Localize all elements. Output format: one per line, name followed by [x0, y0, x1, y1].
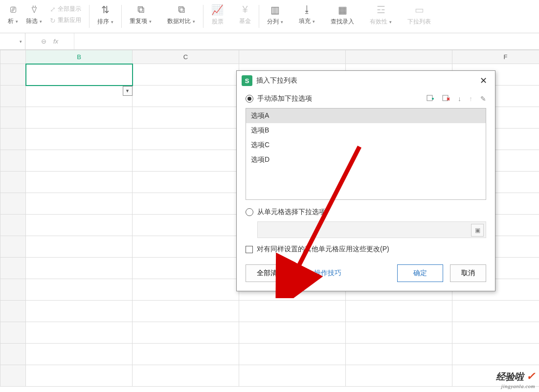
selected-cell[interactable]: ▼ — [26, 64, 133, 86]
analyze-icon: ⎚ — [10, 4, 16, 15]
delete-option-icon[interactable] — [442, 95, 450, 103]
formula-input[interactable] — [74, 33, 539, 49]
table-row — [0, 344, 539, 365]
list-item[interactable]: 选项D — [246, 152, 486, 167]
ribbon-analyze-partial[interactable]: ⎚ 析 — [5, 3, 21, 26]
ribbon-find-entry[interactable]: ▦ 查找录入 — [328, 3, 357, 27]
apply-same-checkbox[interactable] — [246, 246, 253, 253]
ribbon-group-filter: ⎚ 析 ⍢ 筛选 ⤢ 全部显示 ↻ 重新应用 — [0, 2, 89, 31]
ribbon-reapply: ↻ 重新应用 — [47, 15, 84, 25]
ribbon-fund: ¥ 基金 — [236, 3, 254, 26]
col-header-c[interactable]: C — [133, 50, 239, 64]
fund-icon: ¥ — [242, 4, 247, 15]
formula-bar: ▾ ⊖ fx — [0, 33, 539, 50]
list-item[interactable]: 选项C — [246, 138, 486, 152]
stock-icon: 📈 — [211, 4, 224, 16]
move-up-icon[interactable]: ↑ — [469, 95, 472, 103]
range-picker-icon[interactable]: ▣ — [471, 224, 484, 237]
radio-manual[interactable] — [246, 95, 253, 103]
dialog-titlebar[interactable]: S 插入下拉列表 ✕ — [237, 71, 495, 90]
table-row — [0, 322, 539, 344]
corner-cell[interactable] — [0, 50, 26, 64]
fill-icon: ⭳ — [302, 4, 312, 15]
find-entry-icon: ▦ — [338, 4, 347, 16]
filter-icon: ⍢ — [31, 4, 37, 15]
show-all-icon: ⤢ — [50, 5, 56, 13]
duplicates-icon: ⧉ — [137, 4, 144, 15]
move-down-icon[interactable]: ↓ — [458, 95, 461, 103]
columns-icon: ▥ — [270, 4, 280, 16]
reapply-icon: ↻ — [50, 17, 56, 24]
table-row — [0, 301, 539, 322]
fx-icon[interactable]: fx — [53, 38, 58, 45]
table-row — [0, 365, 539, 387]
ribbon-duplicates[interactable]: ⧉ 重复项 — [127, 3, 155, 26]
list-item[interactable]: 选项B — [246, 123, 486, 138]
ribbon-filter[interactable]: ⍢ 筛选 — [23, 3, 45, 26]
tips-play-icon: ▶ — [302, 269, 311, 278]
ribbon-sort[interactable]: ⇅ 排序 — [94, 3, 116, 27]
dropdown-list-icon: ▭ — [415, 4, 424, 16]
tips-link[interactable]: ▶ 操作技巧 — [302, 269, 341, 278]
app-logo-icon: S — [242, 75, 252, 86]
clear-all-button[interactable]: 全部清除 — [246, 264, 295, 282]
name-box[interactable]: ▾ — [0, 33, 25, 49]
ribbon-data-compare[interactable]: ⧉ 数据对比 — [164, 3, 198, 26]
data-compare-icon: ⧉ — [178, 4, 185, 15]
cell-range-input: ▣ — [257, 221, 486, 238]
radio-from-cells-label: 从单元格选择下拉选项 — [257, 208, 326, 217]
add-option-icon[interactable] — [427, 95, 434, 103]
validity-icon: ☲ — [377, 4, 385, 16]
apply-same-label: 对有同样设置的其他单元格应用这些更改(P) — [257, 245, 389, 254]
radio-from-cells[interactable] — [246, 208, 253, 216]
watermark: 经验啦 ✓ jingyanla.com — [496, 370, 535, 389]
dialog-title-text: 插入下拉列表 — [256, 76, 297, 85]
dialog-close-button[interactable]: ✕ — [477, 74, 490, 87]
col-header-b[interactable]: B — [26, 50, 133, 64]
ribbon-validity: ☲ 有效性 — [367, 3, 395, 27]
ribbon-text-to-columns[interactable]: ▥ 分列 — [264, 3, 286, 27]
col-header-f[interactable]: F — [452, 50, 539, 64]
ribbon-fill[interactable]: ⭳ 填充 — [296, 3, 318, 26]
ok-button[interactable]: 确定 — [397, 264, 443, 282]
col-header-d[interactable] — [239, 50, 346, 64]
svg-rect-0 — [427, 95, 432, 101]
cancel-formula-icon[interactable]: ⊖ — [41, 38, 46, 45]
col-header-e[interactable] — [346, 50, 452, 64]
option-list[interactable]: 选项A 选项B 选项C 选项D — [246, 108, 486, 200]
radio-manual-label: 手动添加下拉选项 — [257, 94, 312, 103]
cancel-button[interactable]: 取消 — [450, 264, 486, 282]
edit-option-icon[interactable]: ✎ — [480, 95, 486, 103]
cell-dropdown-handle[interactable]: ▼ — [123, 86, 133, 96]
ribbon-dropdown-list: ▭ 下拉列表 — [404, 3, 434, 27]
insert-dropdown-dialog: S 插入下拉列表 ✕ 手动添加下拉选项 ↓ ↑ ✎ 选项A 选项B — [236, 70, 495, 291]
column-headers: B C F — [0, 50, 539, 64]
ribbon-toolbar: ⎚ 析 ⍢ 筛选 ⤢ 全部显示 ↻ 重新应用 ⇅ 排序 ⧉ — [0, 0, 539, 33]
ribbon-show-all: ⤢ 全部显示 — [47, 4, 84, 14]
list-item[interactable]: 选项A — [246, 109, 486, 123]
ribbon-stock: 📈 股票 — [208, 3, 226, 27]
sort-icon: ⇅ — [101, 4, 110, 16]
